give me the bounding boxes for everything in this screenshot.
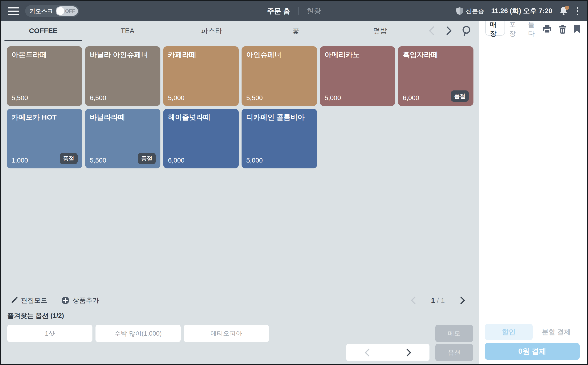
nav-divider: [298, 7, 299, 15]
product-price: 6,000: [168, 157, 184, 164]
product-grid: 아몬드라떼 5,500 바닐라 아인슈페너 6,500 카페라떼 5,000: [7, 46, 473, 168]
print-icon[interactable]: [543, 25, 552, 33]
tab-flower[interactable]: 꽃: [254, 21, 338, 41]
add-product-button[interactable]: 상품추가: [61, 296, 99, 305]
pencil-icon: [11, 297, 18, 304]
toggle-state-label: OFF: [65, 8, 75, 14]
kiosk-toggle[interactable]: 키오스크 OFF: [25, 5, 79, 17]
kiosk-switch[interactable]: OFF: [56, 6, 78, 16]
product-card[interactable]: 헤이즐넛라떼 6,000: [163, 109, 239, 168]
product-name: 카페라떼: [168, 50, 234, 59]
tab-pasta[interactable]: 파스타: [170, 21, 254, 41]
product-card[interactable]: 디카페인 콜롬비아 5,000: [241, 109, 317, 168]
discount-button[interactable]: 할인: [485, 324, 533, 340]
order-panel-header: 매장 포장 둘다: [479, 21, 587, 37]
favorite-option-ethiopia[interactable]: 에티오피아: [184, 325, 269, 342]
product-name: 디카페인 콜롬비아: [246, 113, 312, 121]
soldout-badge: 품절: [451, 91, 469, 102]
product-name: 바닐라라떼: [90, 113, 156, 121]
favorite-option-1shot[interactable]: 1샷: [7, 325, 92, 342]
order-panel: 매장 포장 둘다 할인 분할 결제 0원 결제: [479, 21, 587, 364]
product-card[interactable]: 카페모카 HOT 1,000 품절: [7, 109, 82, 168]
option-button[interactable]: 옵션: [435, 344, 473, 361]
order-type-takeout[interactable]: 포장: [505, 22, 524, 37]
product-name: 헤이즐넛라떼: [168, 113, 234, 121]
options-pager: [346, 344, 429, 361]
edit-mode-label: 편집모드: [21, 296, 47, 305]
favorite-option-watermelon[interactable]: 수박 많이(1,000): [95, 325, 181, 342]
main-area: COFFEE TEA 파스타 꽃 덮밥 아몬드라떼: [1, 21, 479, 364]
trash-icon[interactable]: [559, 25, 566, 34]
favorites-section: 즐겨찾는 옵션 (1/2) 1샷 수박 많이(1,000) 에티오피아 메모: [1, 308, 479, 364]
kebab-menu-icon[interactable]: [575, 6, 580, 16]
product-price: 5,500: [12, 94, 28, 102]
hamburger-menu-icon[interactable]: [8, 7, 19, 15]
product-card[interactable]: 카페라떼 5,000: [163, 46, 239, 106]
nav-status[interactable]: 현황: [307, 6, 321, 16]
add-product-label: 상품추가: [73, 296, 99, 305]
order-type-store[interactable]: 매장: [485, 21, 505, 36]
order-list-empty: [479, 37, 587, 324]
notification-bell-button[interactable]: [559, 7, 568, 15]
product-price: 5,000: [325, 94, 341, 102]
order-panel-footer: 할인 분할 결제 0원 결제: [479, 324, 587, 364]
category-tabstrip: COFFEE TEA 파스타 꽃 덮밥: [1, 21, 479, 41]
grid-pagination: 1 / 1: [408, 295, 468, 306]
shield-icon: [456, 7, 463, 15]
product-card[interactable]: 바닐라라떼 5,500 품절: [85, 109, 161, 168]
edit-toolbar: 편집모드 상품추가 1 / 1: [1, 293, 479, 308]
tab-tea[interactable]: TEA: [85, 21, 170, 41]
memo-button[interactable]: 메모: [435, 325, 473, 342]
page-prev-icon[interactable]: [408, 295, 419, 306]
search-icon[interactable]: [461, 25, 472, 36]
options-prev-icon[interactable]: [362, 347, 373, 358]
product-card[interactable]: 아인슈페너 5,500: [241, 46, 317, 106]
product-card[interactable]: 흑임자라떼 6,000 품절: [398, 46, 473, 106]
soldout-badge: 품절: [60, 153, 78, 164]
product-name: 아메리카노: [325, 50, 391, 59]
category-next-icon[interactable]: [443, 25, 455, 36]
split-payment-button[interactable]: 분할 결제: [533, 327, 580, 337]
category-prev-icon[interactable]: [426, 25, 437, 36]
product-name: 카페모카 HOT: [12, 113, 78, 121]
product-name: 아몬드라떼: [12, 50, 78, 59]
topbar-nav: 주문 홈 현황: [267, 1, 321, 21]
bookmark-icon[interactable]: [574, 25, 580, 33]
page-next-icon[interactable]: [457, 295, 468, 306]
datetime-label: 11.26 (화) 오후 7:20: [491, 6, 552, 16]
product-price: 5,500: [246, 94, 263, 102]
pay-button[interactable]: 0원 결제: [485, 343, 580, 360]
favorites-title: 즐겨찾는 옵션 (1/2): [7, 311, 473, 320]
order-type-both[interactable]: 둘다: [524, 22, 543, 37]
product-price: 1,000: [12, 157, 28, 164]
tab-rice-bowl[interactable]: 덮밥: [338, 21, 422, 41]
product-card[interactable]: 바닐라 아인슈페너 6,500: [85, 46, 161, 106]
topbar-right: 신분증 11.26 (화) 오후 7:20: [456, 6, 581, 16]
plus-circle-icon: [61, 296, 69, 304]
product-card[interactable]: 아몬드라떼 5,500: [7, 46, 82, 106]
nav-order-home[interactable]: 주문 홈: [267, 6, 290, 16]
top-bar: 키오스크 OFF 주문 홈 현황 신분증 11.26 (화) 오후 7:20: [1, 1, 587, 21]
soldout-badge: 품절: [138, 153, 156, 164]
product-price: 6,500: [90, 94, 106, 102]
product-card[interactable]: 아메리카노 5,000: [320, 46, 395, 106]
notification-dot: [565, 6, 569, 10]
product-price: 5,000: [168, 94, 184, 102]
id-check-label: 신분증: [466, 7, 484, 15]
kiosk-label: 키오스크: [29, 7, 53, 15]
id-check-button[interactable]: 신분증: [456, 7, 484, 15]
page-indicator: 1 / 1: [431, 296, 445, 304]
toggle-knob: [57, 7, 65, 15]
edit-mode-button[interactable]: 편집모드: [11, 296, 47, 305]
product-name: 흑임자라떼: [403, 50, 469, 59]
product-name: 바닐라 아인슈페너: [90, 50, 156, 59]
product-price: 6,000: [403, 94, 419, 102]
tab-coffee[interactable]: COFFEE: [1, 21, 85, 41]
product-price: 5,000: [246, 157, 263, 164]
product-name: 아인슈페너: [246, 50, 312, 59]
options-next-icon[interactable]: [403, 347, 414, 358]
product-price: 5,500: [90, 157, 106, 164]
